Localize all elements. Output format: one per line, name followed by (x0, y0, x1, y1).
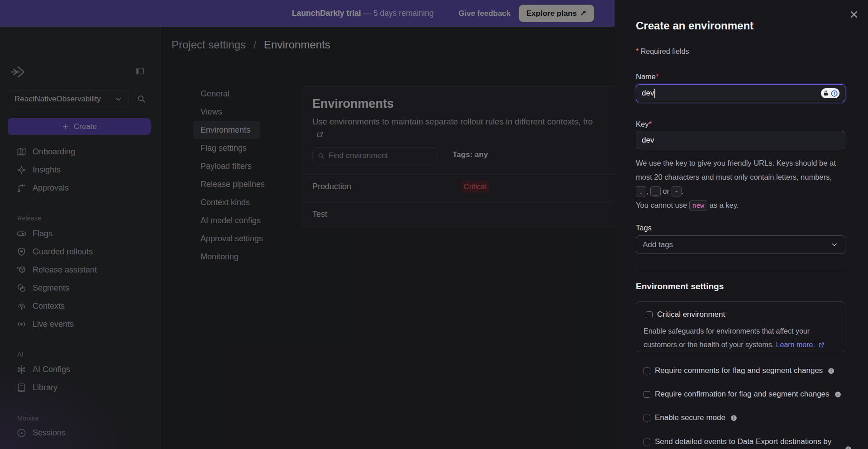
create-environment-drawer: Create an environment * Required fields … (615, 0, 868, 449)
require-comments-label: Require comments for flag and segment ch… (655, 365, 823, 377)
onepassword-icon[interactable] (821, 88, 839, 98)
required-note-text: Required fields (641, 48, 689, 55)
external-link-icon (818, 341, 825, 349)
required-asterisk: * (649, 120, 651, 128)
required-asterisk: * (636, 48, 639, 55)
require-confirmation-row: Require confirmation for flag and segmen… (644, 388, 845, 400)
enable-secure-mode-checkbox[interactable] (644, 415, 650, 421)
data-export-label: Send detailed events to Data Export dest… (655, 436, 831, 448)
name-input[interactable]: dev (636, 84, 845, 102)
info-icon[interactable] (844, 445, 852, 449)
environment-settings-heading: Environment settings (636, 282, 724, 291)
require-confirmation-label: Require confirmation for flag and segmen… (655, 388, 830, 400)
text-cursor (654, 89, 655, 98)
info-icon[interactable] (730, 414, 738, 422)
kbd-new: new (689, 201, 707, 210)
critical-environment-description: Enable safeguards for environments that … (644, 325, 837, 352)
key-helper-text: We use the key to give you friendly URLs… (636, 156, 848, 212)
tags-label: Tags (636, 224, 652, 232)
required-asterisk: * (656, 72, 658, 81)
required-fields-note: * Required fields (636, 48, 689, 56)
add-tags-placeholder: Add tags (643, 240, 673, 249)
data-export-row: Send detailed events to Data Export dest… (644, 436, 845, 448)
data-export-checkbox[interactable] (644, 439, 650, 445)
add-tags-select[interactable]: Add tags (636, 235, 845, 254)
enable-secure-mode-row: Enable secure mode (644, 412, 845, 424)
close-icon[interactable] (849, 9, 859, 20)
critical-environment-card: Critical environment Enable safeguards f… (636, 301, 845, 352)
info-icon[interactable] (827, 367, 835, 375)
divider (636, 270, 845, 270)
drawer-title: Create an environment (636, 19, 754, 32)
kbd-dot: . (636, 186, 646, 196)
require-comments-checkbox[interactable] (644, 368, 650, 374)
critical-environment-checkbox[interactable] (646, 311, 653, 318)
modal-backdrop[interactable] (0, 0, 615, 449)
app-screen: LaunchDarkly trial — 5 days remaining Gi… (0, 0, 868, 449)
info-icon[interactable] (834, 391, 842, 398)
enable-secure-mode-label: Enable secure mode (655, 412, 725, 424)
name-value: dev (642, 89, 654, 98)
kbd-underscore: _ (650, 186, 661, 196)
require-confirmation-checkbox[interactable] (644, 391, 650, 398)
name-label: Name* (636, 72, 658, 81)
chevron-down-icon (830, 240, 839, 249)
key-label: Key* (636, 120, 652, 129)
key-value: dev (642, 136, 654, 145)
require-comments-row: Require comments for flag and segment ch… (644, 365, 845, 377)
critical-environment-label: Critical environment (657, 310, 725, 319)
key-input[interactable]: dev (636, 131, 845, 149)
learn-more-link[interactable]: Learn more. (776, 341, 815, 349)
kbd-dash: - (672, 186, 682, 196)
